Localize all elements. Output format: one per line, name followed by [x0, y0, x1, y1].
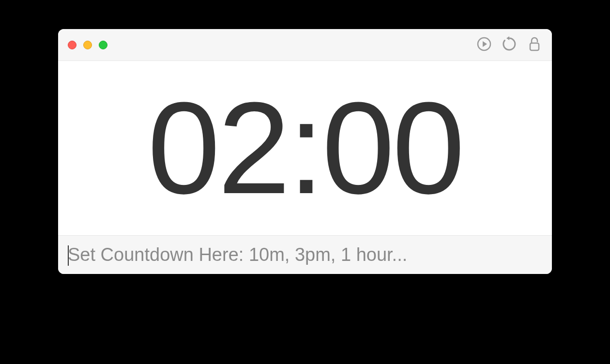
countdown-input[interactable]	[68, 244, 542, 265]
maximize-button[interactable]	[99, 41, 107, 49]
app-window: 02:00	[58, 29, 552, 274]
timer-display: 02:00	[148, 83, 463, 213]
toolbar	[476, 36, 542, 54]
input-bar	[58, 235, 552, 274]
play-icon[interactable]	[476, 36, 492, 54]
window-controls	[68, 41, 107, 49]
titlebar	[58, 29, 552, 61]
svg-rect-1	[530, 43, 539, 50]
text-cursor	[68, 245, 69, 266]
timer-body: 02:00	[58, 61, 552, 235]
reset-icon[interactable]	[502, 36, 517, 54]
lock-icon[interactable]	[527, 36, 542, 54]
minimize-button[interactable]	[83, 41, 92, 49]
close-button[interactable]	[68, 41, 76, 49]
